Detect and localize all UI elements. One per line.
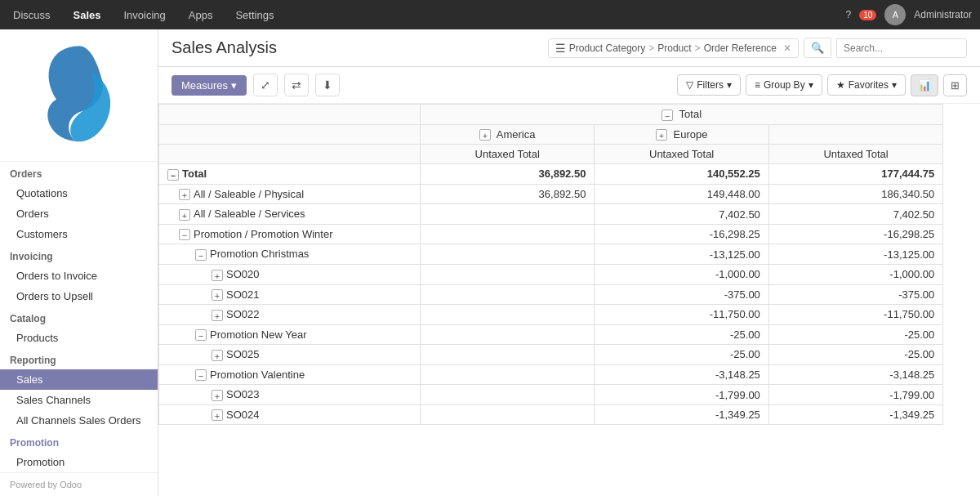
row-label-cell: +SO021 <box>159 284 421 305</box>
row-value-cell <box>421 345 595 365</box>
sidebar-item-orders[interactable]: Orders <box>0 203 158 224</box>
row-toggle-icon[interactable]: − <box>195 329 207 341</box>
row-toggle-icon[interactable]: + <box>212 390 223 401</box>
row-toggle-icon[interactable]: + <box>179 189 190 200</box>
row-empty-cell <box>943 385 980 405</box>
row-label-cell: −Promotion Christmas <box>159 244 421 265</box>
sidebar-item-orders-to-upsell[interactable]: Orders to Upsell <box>0 286 158 306</box>
notification-badge[interactable]: 10 <box>859 10 876 20</box>
breadcrumb-close-button[interactable]: ✕ <box>783 42 791 54</box>
row-value-cell: -16,298.25 <box>595 224 768 244</box>
row-toggle-icon[interactable]: − <box>167 169 179 181</box>
sidebar-item-sales[interactable]: Sales <box>0 369 158 390</box>
star-icon: ★ <box>836 79 845 91</box>
row-label-cell: +SO023 <box>159 385 421 405</box>
nav-apps[interactable]: Apps <box>184 9 218 21</box>
header-row-1: − Total <box>159 105 980 125</box>
group-by-button[interactable]: ≡ Group By ▾ <box>746 74 822 96</box>
row-empty-cell <box>943 224 980 244</box>
table-row: +SO022-11,750.00-11,750.00 <box>159 305 980 325</box>
row-toggle-icon[interactable]: + <box>212 289 223 301</box>
nav-sales[interactable]: Sales <box>69 9 106 21</box>
groupby-dropdown-icon: ▾ <box>808 79 813 91</box>
sidebar-item-promotion[interactable]: Promotion <box>0 452 158 472</box>
row-empty-cell <box>943 284 980 305</box>
total-collapse-icon[interactable]: − <box>662 109 673 121</box>
row-value-cell: -1,000.00 <box>595 264 768 284</box>
favorites-button[interactable]: ★ Favorites ▾ <box>827 74 906 96</box>
table-row: +All / Saleable / Services7,402.507,402.… <box>159 204 980 225</box>
total-header: − Total <box>421 105 943 125</box>
help-icon[interactable]: ? <box>846 9 852 20</box>
expand-button[interactable]: ⤢ <box>253 74 278 96</box>
row-toggle-icon[interactable]: − <box>179 229 190 240</box>
table-view-button[interactable]: ⊞ <box>943 74 967 96</box>
row-value-cell: -1,349.25 <box>768 404 942 425</box>
section-promotion-label: Promotion <box>0 431 158 452</box>
row-toggle-icon[interactable]: + <box>179 209 190 221</box>
sep-2: > <box>695 42 701 54</box>
section-reporting-label: Reporting <box>0 348 158 369</box>
row-value-cell <box>421 404 595 425</box>
row-empty-cell <box>943 204 980 225</box>
row-value-cell: -25.00 <box>595 324 768 345</box>
europe-expand-icon[interactable]: + <box>656 129 667 141</box>
row-value-cell: 36,892.50 <box>421 164 595 185</box>
sidebar-item-customers[interactable]: Customers <box>0 224 158 244</box>
table-row: −Promotion / Promotion Winter-16,298.25-… <box>159 224 980 244</box>
breadcrumb-product-category: Product Category <box>569 42 645 54</box>
row-toggle-icon[interactable]: + <box>212 409 223 421</box>
nav-discuss[interactable]: Discuss <box>8 9 56 21</box>
empty-header <box>943 105 980 125</box>
row-label-header-2 <box>159 124 421 145</box>
toolbar: Measures ▾ ⤢ ⇄ ⬇ ▽ Filters ▾ ≡ Group By … <box>158 67 980 104</box>
filters-button[interactable]: ▽ Filters ▾ <box>677 74 741 96</box>
row-toggle-icon[interactable]: + <box>212 310 223 321</box>
row-value-cell: 149,448.00 <box>595 184 768 204</box>
nav-invoicing[interactable]: Invoicing <box>119 9 171 21</box>
row-value-cell: -1,349.25 <box>595 404 768 425</box>
row-value-cell <box>421 385 595 405</box>
row-toggle-icon[interactable]: − <box>195 249 207 261</box>
flip-button[interactable]: ⇄ <box>284 74 309 96</box>
sidebar-item-sales-channels[interactable]: Sales Channels <box>0 390 158 410</box>
measures-button[interactable]: Measures ▾ <box>172 75 247 96</box>
row-toggle-icon[interactable]: + <box>212 350 223 361</box>
row-value-cell <box>421 204 595 225</box>
table-row: +SO021-375.00-375.00 <box>159 284 980 305</box>
chart-view-button[interactable]: 📊 <box>911 74 938 96</box>
measures-dropdown-icon: ▾ <box>231 79 237 92</box>
sidebar: Orders Quotations Orders Customers Invoi… <box>0 29 158 496</box>
america-expand-icon[interactable]: + <box>479 129 491 141</box>
row-value-cell <box>421 284 595 305</box>
section-invoicing-label: Invoicing <box>0 244 158 266</box>
sidebar-item-quotations[interactable]: Quotations <box>0 183 158 203</box>
sidebar-item-products[interactable]: Products <box>0 328 158 348</box>
table-row: +SO024-1,349.25-1,349.25 <box>159 404 980 425</box>
row-value-cell: -1,799.00 <box>768 385 942 405</box>
search-icon-button[interactable]: 🔍 <box>804 38 831 58</box>
row-toggle-icon[interactable]: + <box>212 270 223 281</box>
filter-icon: ☰ <box>555 42 566 55</box>
top-nav-right: ? 10 A Administrator <box>846 4 973 25</box>
download-button[interactable]: ⬇ <box>315 74 340 96</box>
user-avatar[interactable]: A <box>884 4 906 25</box>
row-value-cell: -25.00 <box>768 324 942 345</box>
filter-icon: ▽ <box>686 79 693 91</box>
groupby-icon: ≡ <box>755 79 760 91</box>
nav-settings[interactable]: Settings <box>230 9 278 21</box>
row-value-cell: -1,000.00 <box>768 264 942 284</box>
table-row: −Promotion Valentine-3,148.25-3,148.25 <box>159 364 980 385</box>
sidebar-item-all-channels[interactable]: All Channels Sales Orders <box>0 410 158 431</box>
row-toggle-icon[interactable]: − <box>195 369 207 381</box>
sidebar-item-orders-to-invoice[interactable]: Orders to Invoice <box>0 266 158 286</box>
row-value-cell <box>421 224 595 244</box>
table-row: +SO025-25.00-25.00 <box>159 345 980 365</box>
empty-header-2 <box>943 124 980 145</box>
row-empty-cell <box>943 184 980 204</box>
row-empty-cell <box>943 164 980 185</box>
empty-header-3 <box>943 145 980 164</box>
content-area: Sales Analysis ☰ Product Category > Prod… <box>158 29 980 496</box>
row-label-cell: −Promotion / Promotion Winter <box>159 224 421 244</box>
search-input[interactable] <box>836 38 967 58</box>
